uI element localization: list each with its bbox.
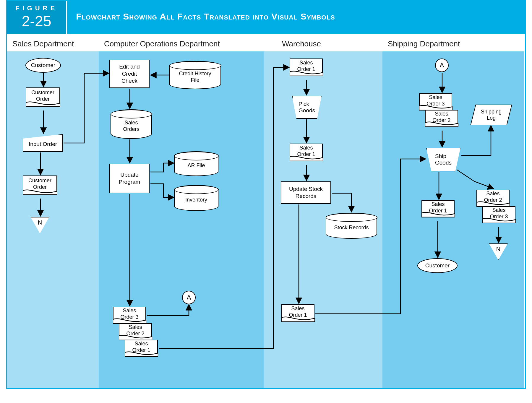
header-compops: Computer Operations Department	[99, 39, 264, 48]
terminator-customer-2: Customer	[417, 258, 458, 273]
document-ship-salesorder3: SalesOrder 3	[419, 93, 452, 110]
document-wh-salesorder1-b: SalesOrder 1	[290, 144, 323, 161]
figure-label-block: FIGURE 2-25	[7, 1, 67, 34]
document-customer-order-2: CustomerOrder	[23, 176, 57, 195]
datastore-sales-orders: SalesOrders	[111, 109, 152, 139]
datastore-stock-records: Stock Records	[326, 213, 377, 239]
document-sales-order-2: SalesOrder 2	[119, 323, 152, 340]
document-ship-salesorder2: SalesOrder 2	[425, 110, 458, 127]
datastore-inventory: Inventory	[174, 185, 218, 211]
swimlane-headers: Sales Department Computer Operations Dep…	[7, 34, 525, 51]
process-update-program: UpdateProgram	[109, 164, 150, 193]
process-edit-credit-check: Edit andCreditCheck	[109, 60, 150, 88]
terminator-customer: Customer	[25, 58, 61, 73]
header-sales: Sales Department	[7, 39, 99, 48]
document-wh-salesorder1-c: SalesOrder 1	[281, 304, 314, 322]
document-sales-order-3: SalesOrder 3	[113, 307, 146, 324]
document-ship-salesorder2b: SalesOrder 2	[476, 190, 510, 207]
connector-a-in: A	[435, 58, 449, 72]
datastore-credit-history: Credit HistoryFile	[169, 61, 221, 89]
header-shipping: Shipping Department	[382, 39, 524, 48]
document-customer-order-1: CustomerOrder	[26, 87, 60, 107]
figure-title: Flowchart Showing All Facts Translated i…	[67, 1, 344, 34]
document-wh-salesorder1-a: SalesOrder 1	[290, 58, 323, 76]
document-ship-salesorder1: SalesOrder 1	[421, 200, 455, 217]
connector-a-out: A	[182, 291, 196, 304]
figure-header: FIGURE 2-25 Flowchart Showing All Facts …	[7, 1, 525, 34]
datastore-ar-file: AR File	[174, 151, 218, 176]
parallelogram-shipping-log: ShippingLog	[470, 105, 512, 125]
swimlanes: Customer CustomerOrder Input Order Custo…	[7, 51, 525, 388]
document-ship-salesorder3b: SalesOrder 3	[482, 206, 515, 223]
process-update-stock-records: Update StockRecords	[281, 181, 331, 204]
figure-label-word: FIGURE	[15, 4, 58, 12]
manual-op-ship-goods: ShipGoods	[426, 148, 460, 171]
figure-number: 2-25	[15, 13, 58, 30]
header-warehouse: Warehouse	[264, 39, 382, 48]
figure-frame: FIGURE 2-25 Flowchart Showing All Facts …	[6, 0, 526, 389]
label: CustomerOrder	[31, 90, 54, 102]
document-sales-order-1: SalesOrder 1	[125, 340, 158, 357]
label: ShippingLog	[481, 109, 502, 121]
label: CustomerOrder	[28, 178, 51, 190]
manual-op-pick-goods: PickGoods	[292, 96, 322, 119]
